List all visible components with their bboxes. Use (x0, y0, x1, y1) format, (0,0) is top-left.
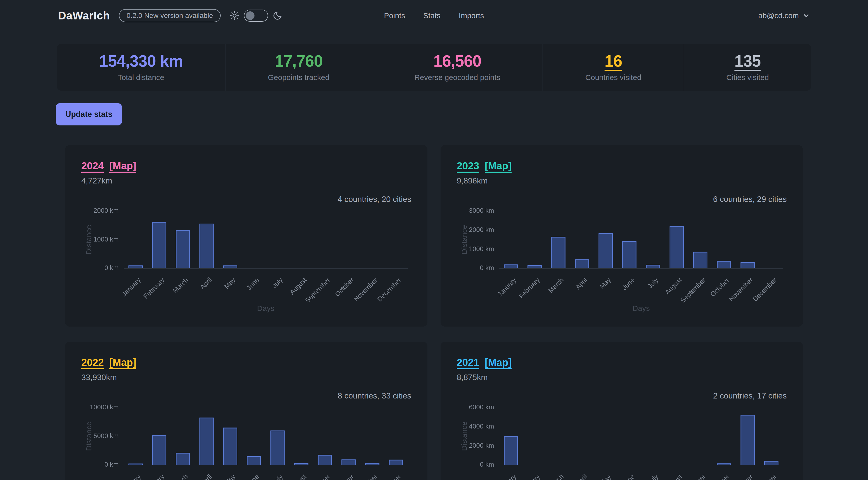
map-link-2022[interactable]: [Map] (109, 357, 136, 368)
stat-label: Cities visited (726, 73, 769, 82)
year-distance: 33,930km (81, 373, 411, 382)
countries-cities-summary: 2 countries, 17 cities (457, 391, 787, 401)
toggle-knob (246, 11, 254, 20)
year-card-2023: 2023 [Map] 9,896km 6 countries, 29 citie… (440, 145, 803, 326)
sun-icon (230, 11, 239, 21)
stat-value: 17,760 (275, 53, 323, 69)
year-link-2022[interactable]: 2022 (81, 357, 104, 368)
stat-label: Reverse geocoded points (414, 73, 500, 82)
map-link-2021[interactable]: [Map] (485, 357, 512, 368)
map-link-2023[interactable]: [Map] (485, 160, 512, 171)
year-card-2024: 2024 [Map] 4,727km 4 countries, 20 citie… (65, 145, 428, 326)
nav-stats[interactable]: Stats (423, 11, 440, 20)
theme-controls (230, 9, 282, 22)
stat-label: Total distance (118, 73, 164, 82)
chevron-down-icon (802, 12, 810, 20)
countries-visited-link[interactable]: 16 (605, 53, 622, 69)
user-email: ab@cd.com (758, 11, 799, 20)
year-distance: 4,727km (81, 176, 411, 186)
monthly-distance-chart-2024 (81, 206, 411, 315)
stat-label: Countries visited (585, 73, 641, 82)
stat-value: 154,330 km (99, 53, 183, 69)
app-logo[interactable]: DaWarIch (58, 9, 110, 22)
stat-total-distance: 154,330 km Total distance (57, 44, 225, 91)
monthly-distance-chart-2022 (81, 403, 411, 480)
monthly-distance-chart-2023 (457, 206, 787, 315)
stat-countries-visited: 16 Countries visited (542, 44, 683, 91)
year-card-2022: 2022 [Map] 33,930km 8 countries, 33 citi… (65, 342, 428, 480)
moon-icon (273, 11, 282, 21)
stat-reverse-geocoded: 16,560 Reverse geocoded points (372, 44, 543, 91)
year-card-2021: 2021 [Map] 8,875km 2 countries, 17 citie… (440, 342, 803, 480)
nav-imports[interactable]: Imports (459, 11, 484, 20)
year-distance: 9,896km (457, 176, 787, 186)
year-link-2021[interactable]: 2021 (457, 357, 479, 368)
stat-value: 16,560 (434, 53, 482, 69)
countries-cities-summary: 4 countries, 20 cities (81, 195, 411, 204)
year-cards-grid: 2024 [Map] 4,727km 4 countries, 20 citie… (65, 145, 803, 480)
stat-geopoints-tracked: 17,760 Geopoints tracked (225, 44, 372, 91)
top-navbar: DaWarIch 0.2.0 New version available Poi… (0, 0, 868, 31)
version-badge[interactable]: 0.2.0 New version available (119, 9, 220, 22)
main-nav: Points Stats Imports (384, 11, 484, 20)
stat-cities-visited: 135 Cities visited (684, 44, 811, 91)
nav-points[interactable]: Points (384, 11, 405, 20)
countries-cities-summary: 6 countries, 29 cities (457, 195, 787, 204)
user-menu[interactable]: ab@cd.com (758, 11, 810, 20)
map-link-2024[interactable]: [Map] (109, 160, 136, 171)
cities-visited-link[interactable]: 135 (735, 53, 761, 69)
update-stats-button[interactable]: Update stats (56, 103, 122, 125)
stats-summary: 154,330 km Total distance 17,760 Geopoin… (57, 44, 811, 91)
year-link-2024[interactable]: 2024 (81, 160, 104, 171)
year-distance: 8,875km (457, 373, 787, 382)
monthly-distance-chart-2021 (457, 403, 787, 480)
year-link-2023[interactable]: 2023 (457, 160, 479, 171)
theme-toggle[interactable] (244, 9, 268, 22)
stat-label: Geopoints tracked (268, 73, 329, 82)
countries-cities-summary: 8 countries, 33 cities (81, 391, 411, 401)
